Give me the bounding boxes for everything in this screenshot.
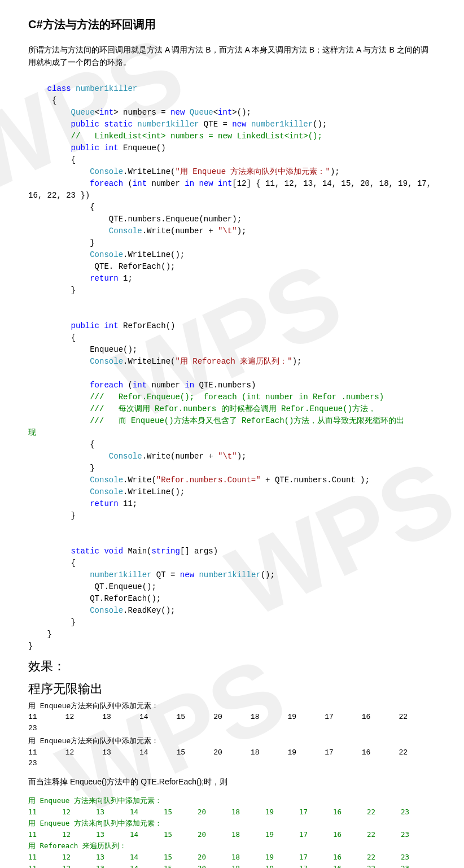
output-block-1: 用 Enqueue方法来向队列中添加元素： 11 12 13 14 15 20 … (28, 701, 436, 769)
result-sub: 程序无限输出 (28, 681, 436, 697)
output-row: 111213141520181917162223 (28, 852, 436, 863)
output-row: 111213141520181917162223 (28, 863, 436, 868)
result-heading: 效果： (28, 658, 436, 675)
output-block-2: 用 Enqueue 方法来向队列中添加元素： 11121314152018191… (28, 795, 436, 868)
output-row: 111213141520181917162223 (28, 806, 436, 818)
output-row: 111213141520181917162223 (28, 829, 436, 840)
output-row: 11 12 13 14 15 20 18 19 17 16 22 (28, 747, 436, 758)
intro-text: 所谓方法与方法间的环回调用就是方法 A 调用方法 B，而方法 A 本身又调用方法… (28, 43, 436, 69)
note-text: 而当注释掉 Enqueue()方法中的 QTE.ReforEach();时，则 (28, 777, 436, 787)
code-block: class number1killer { Queue<int> numbers… (28, 71, 436, 652)
page-title: C#方法与方法的环回调用 (28, 17, 436, 32)
output-row: 11 12 13 14 15 20 18 19 17 16 22 (28, 712, 436, 723)
